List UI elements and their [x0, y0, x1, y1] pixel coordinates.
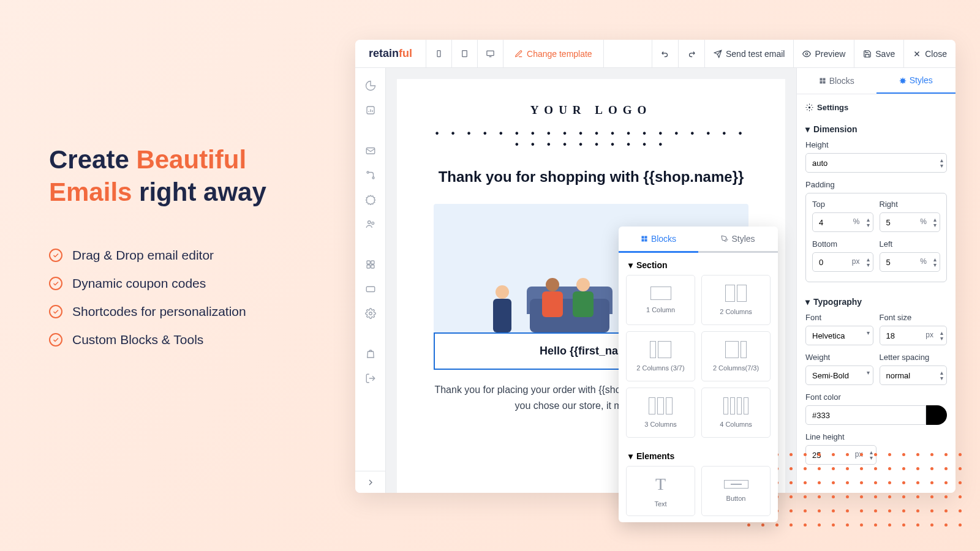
- letterspacing-label: Letter spacing: [880, 353, 948, 362]
- top-label: Top: [812, 200, 873, 209]
- mobile-view-button[interactable]: [426, 40, 452, 67]
- elements-accordion[interactable]: ▾ Elements: [619, 444, 778, 466]
- fp-tab-styles[interactable]: Styles: [698, 227, 778, 253]
- logo: retainful: [355, 40, 426, 67]
- svg-rect-17: [823, 78, 825, 81]
- svg-rect-2: [487, 51, 494, 56]
- svg-rect-12: [367, 265, 370, 268]
- nav-bag-icon[interactable]: [360, 343, 381, 364]
- svg-rect-14: [366, 287, 375, 291]
- nav-referral-icon[interactable]: [360, 214, 381, 234]
- block-1-column[interactable]: 1 Column: [626, 275, 695, 325]
- nav-flow-icon[interactable]: [360, 165, 381, 186]
- svg-point-7: [372, 177, 374, 179]
- marketing-panel: Create Beautiful Emails right away Drag …: [49, 144, 306, 361]
- height-label: Height: [805, 140, 947, 149]
- feature-item: Dynamic coupon codes: [49, 276, 306, 291]
- svg-rect-13: [371, 265, 374, 268]
- check-icon: [49, 277, 62, 290]
- block-button[interactable]: Button: [701, 466, 771, 516]
- nav-logout-icon[interactable]: [360, 368, 381, 389]
- svg-point-6: [367, 171, 369, 173]
- lineheight-label: Line height: [805, 432, 947, 441]
- divider: • • • • • • • • • • • • • • • • • • • • …: [434, 128, 748, 150]
- block-2-columns-37[interactable]: 2 Columns (3/7): [626, 331, 695, 381]
- close-button[interactable]: Close: [903, 40, 956, 67]
- toolbar: retainful Change template Send test emai…: [355, 40, 956, 68]
- dimension-accordion[interactable]: ▾ Dimension: [797, 118, 956, 140]
- bottom-label: Bottom: [812, 239, 873, 249]
- email-headline[interactable]: Thank you for shopping with {{shop.name}…: [434, 168, 748, 186]
- block-3-columns[interactable]: 3 Columns: [626, 388, 695, 438]
- styles-panel: Blocks Styles Settings ▾ Dimension Heigh…: [796, 68, 956, 493]
- nav-pie-icon[interactable]: [360, 75, 381, 96]
- block-text[interactable]: TText: [626, 466, 695, 516]
- fontsize-input[interactable]: [880, 326, 948, 345]
- desktop-view-button[interactable]: [478, 40, 503, 67]
- padding-bottom-input[interactable]: [812, 252, 873, 272]
- svg-rect-18: [820, 81, 822, 84]
- svg-rect-1: [462, 51, 467, 57]
- settings-heading: Settings: [797, 94, 956, 118]
- blocks-panel: Blocks Styles ▾ Section 1 Column 2 Colum…: [619, 227, 778, 522]
- svg-rect-16: [820, 78, 822, 81]
- svg-rect-21: [641, 236, 644, 239]
- padding-top-input[interactable]: [812, 212, 873, 232]
- svg-point-9: [371, 222, 374, 225]
- weight-label: Weight: [805, 353, 873, 362]
- padding-right-input[interactable]: [880, 212, 941, 232]
- fp-tab-blocks[interactable]: Blocks: [619, 227, 698, 253]
- section-accordion[interactable]: ▾ Section: [619, 253, 778, 275]
- feature-label: Shortcodes for personalization: [72, 304, 246, 319]
- undo-button[interactable]: [652, 40, 678, 67]
- preview-button[interactable]: Preview: [793, 40, 854, 67]
- block-2-columns[interactable]: 2 Columns: [701, 275, 771, 325]
- typography-accordion[interactable]: ▾ Typography: [797, 291, 956, 313]
- tab-blocks[interactable]: Blocks: [797, 68, 876, 94]
- feature-label: Dynamic coupon codes: [72, 276, 206, 291]
- change-template-button[interactable]: Change template: [503, 40, 604, 67]
- nav-email-icon[interactable]: [360, 140, 381, 161]
- svg-rect-0: [437, 51, 440, 57]
- weight-select[interactable]: [805, 365, 873, 385]
- svg-rect-24: [644, 239, 647, 242]
- check-icon: [49, 305, 62, 318]
- svg-rect-23: [641, 239, 644, 242]
- nav-settings-icon[interactable]: [360, 303, 381, 324]
- padding-label: Padding: [805, 180, 947, 189]
- nav-expand-button[interactable]: [355, 471, 385, 493]
- send-test-button[interactable]: Send test email: [704, 40, 794, 67]
- svg-point-15: [369, 312, 372, 315]
- tab-styles[interactable]: Styles: [876, 68, 956, 94]
- svg-rect-11: [371, 261, 374, 264]
- feature-label: Drag & Drop email editor: [72, 248, 214, 263]
- feature-item: Drag & Drop email editor: [49, 248, 306, 263]
- feature-label: Custom Blocks & Tools: [72, 332, 203, 347]
- left-label: Left: [880, 239, 941, 249]
- redo-button[interactable]: [678, 40, 704, 67]
- padding-left-input[interactable]: [880, 252, 941, 272]
- block-4-columns[interactable]: 4 Columns: [701, 388, 771, 438]
- color-swatch[interactable]: [926, 405, 947, 425]
- check-icon: [49, 249, 62, 262]
- nav-badge-icon[interactable]: [360, 189, 381, 210]
- letterspacing-input[interactable]: [880, 365, 948, 385]
- nav-grid-icon[interactable]: [360, 254, 381, 275]
- fontsize-label: Font size: [880, 313, 948, 322]
- fontcolor-input[interactable]: [805, 405, 926, 425]
- email-logo[interactable]: YOUR LOGO: [434, 103, 748, 117]
- feature-item: Shortcodes for personalization: [49, 304, 306, 319]
- save-button[interactable]: Save: [854, 40, 903, 67]
- nav-chart-icon[interactable]: [360, 100, 381, 121]
- height-input[interactable]: [805, 153, 947, 173]
- right-label: Right: [880, 200, 941, 209]
- block-2-columns-73[interactable]: 2 Columns(7/3): [701, 331, 771, 381]
- font-label: Font: [805, 313, 873, 322]
- tablet-view-button[interactable]: [452, 40, 478, 67]
- font-select[interactable]: [805, 326, 873, 345]
- fontcolor-label: Font color: [805, 392, 947, 402]
- check-icon: [49, 333, 62, 347]
- nav-card-icon[interactable]: [360, 279, 381, 299]
- svg-rect-19: [823, 81, 825, 84]
- marketing-heading: Create Beautiful Emails right away: [49, 144, 306, 208]
